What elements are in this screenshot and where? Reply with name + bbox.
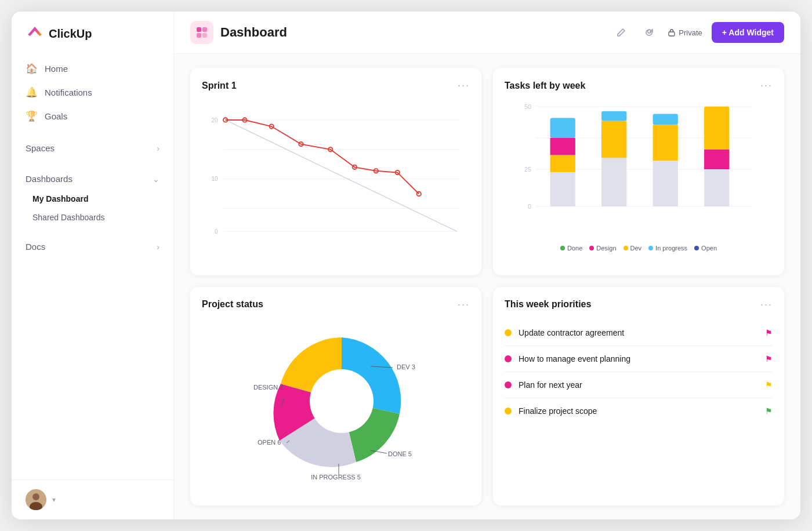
done-dot: [560, 246, 565, 250]
sprint-widget: Sprint 1 ··· 20 10 0: [190, 68, 481, 275]
svg-text:0: 0: [528, 203, 531, 210]
tasks-widget-title: Tasks left by week: [505, 81, 585, 91]
legend-design-label: Design: [596, 245, 616, 252]
bar-chart: 50 25 0: [505, 101, 773, 252]
priority-1-text: Update contractor agreement: [519, 328, 624, 337]
priority-3-flag: ⚑: [765, 380, 773, 390]
refresh-button[interactable]: [640, 23, 658, 42]
svg-text:25: 25: [524, 166, 531, 173]
lock-icon: [668, 28, 676, 37]
legend-inprogress-label: In progress: [655, 245, 687, 252]
svg-rect-39: [601, 111, 626, 121]
priorities-more-button[interactable]: ···: [760, 299, 773, 311]
legend-design: Design: [589, 245, 616, 252]
svg-rect-41: [653, 125, 678, 161]
tasks-more-button[interactable]: ···: [760, 79, 773, 92]
sidebar-item-shared-dashboards[interactable]: Shared Dashboards: [19, 208, 166, 227]
bar-legend: Done Design Dev In progress: [505, 245, 773, 252]
docs-section-header[interactable]: Docs ›: [19, 236, 166, 257]
svg-rect-4: [202, 27, 207, 32]
privacy-badge[interactable]: Private: [668, 28, 702, 37]
svg-text:50: 50: [524, 103, 531, 110]
dev-dot: [624, 246, 628, 250]
legend-in-progress: In progress: [648, 245, 687, 252]
svg-rect-44: [704, 150, 729, 169]
logo-text: ClickUp: [49, 27, 92, 41]
svg-text:0: 0: [215, 228, 218, 235]
design-dot: [589, 246, 594, 250]
add-widget-button[interactable]: + Add Widget: [712, 22, 784, 43]
sprint-widget-title: Sprint 1: [202, 81, 237, 91]
legend-open: Open: [694, 245, 717, 252]
sidebar-item-notifications-label: Notifications: [45, 88, 92, 97]
svg-text:IN PROGRESS 5: IN PROGRESS 5: [311, 474, 361, 481]
priority-item-4: Finalize project scope ⚑: [505, 398, 773, 424]
topbar: Dashboard Pri: [174, 12, 800, 54]
main-content: Dashboard Pri: [174, 12, 800, 519]
docs-section: Docs ›: [19, 236, 166, 257]
svg-rect-40: [653, 161, 678, 206]
legend-open-label: Open: [701, 245, 717, 252]
sprint-widget-header: Sprint 1 ···: [202, 79, 470, 92]
sidebar-item-home-label: Home: [45, 64, 68, 74]
dashboards-section-header[interactable]: Dashboards ⌄: [19, 168, 166, 190]
sidebar-item-home[interactable]: 🏠 Home: [19, 57, 166, 81]
svg-point-46: [310, 369, 374, 433]
dashboards-label: Dashboards: [26, 174, 72, 184]
burndown-chart: 20 10 0: [202, 101, 470, 252]
sprint-more-button[interactable]: ···: [458, 79, 470, 92]
svg-text:DONE 5: DONE 5: [388, 450, 412, 457]
home-icon: 🏠: [26, 63, 38, 75]
svg-rect-36: [550, 118, 575, 138]
topbar-right: Private + Add Widget: [612, 22, 784, 43]
svg-rect-38: [601, 121, 626, 158]
logo[interactable]: ClickUp: [12, 12, 173, 54]
trophy-icon: 🏆: [26, 110, 38, 122]
priority-4-text: Finalize project scope: [519, 406, 597, 416]
bell-icon: 🔔: [26, 86, 38, 99]
legend-dev-label: Dev: [630, 245, 642, 252]
open-dot: [694, 246, 699, 250]
svg-rect-33: [550, 172, 575, 206]
priority-item-1: Update contractor agreement ⚑: [505, 320, 773, 346]
user-profile[interactable]: ▾: [12, 479, 173, 519]
priority-2-flag: ⚑: [765, 354, 773, 363]
sidebar-item-goals[interactable]: 🏆 Goals: [19, 104, 166, 128]
project-more-button[interactable]: ···: [458, 299, 470, 311]
chevron-right-icon: ›: [157, 144, 160, 153]
priorities-title: This week priorities: [505, 299, 591, 310]
project-status-widget: Project status ···: [190, 287, 481, 506]
priority-3-dot: [505, 381, 512, 388]
svg-rect-34: [550, 155, 575, 172]
priority-2-dot: [505, 355, 512, 362]
spaces-label: Spaces: [26, 143, 55, 153]
legend-done: Done: [560, 245, 582, 252]
svg-rect-35: [550, 138, 575, 155]
legend-dev: Dev: [624, 245, 642, 252]
svg-rect-5: [197, 33, 201, 38]
svg-text:OPEN 6: OPEN 6: [258, 439, 281, 446]
sidebar-item-goals-label: Goals: [45, 111, 67, 121]
priority-4-dot: [505, 408, 512, 414]
svg-point-1: [32, 493, 39, 500]
spaces-section-header[interactable]: Spaces ›: [19, 137, 166, 159]
logo-icon: [26, 24, 44, 43]
edit-button[interactable]: [612, 23, 630, 42]
svg-rect-43: [704, 169, 729, 206]
sidebar-item-my-dashboard[interactable]: My Dashboard: [19, 190, 166, 208]
priority-2-text: How to manage event planning: [519, 354, 630, 363]
svg-rect-6: [202, 33, 207, 38]
page-title: Dashboard: [220, 25, 287, 40]
topbar-left: Dashboard: [190, 21, 287, 44]
chevron-right-icon-docs: ›: [157, 242, 160, 252]
shared-dashboards-label: Shared Dashboards: [32, 213, 105, 222]
sidebar-item-notifications[interactable]: 🔔 Notifications: [19, 81, 166, 104]
priority-1-left: Update contractor agreement: [505, 328, 624, 337]
priority-2-left: How to manage event planning: [505, 354, 630, 363]
avatar: [26, 489, 46, 510]
priority-3-text: Plan for next year: [519, 380, 582, 390]
svg-rect-42: [653, 114, 678, 125]
svg-rect-37: [601, 158, 626, 206]
burndown-svg: 20 10 0: [202, 101, 470, 252]
project-status-header: Project status ···: [202, 299, 470, 311]
